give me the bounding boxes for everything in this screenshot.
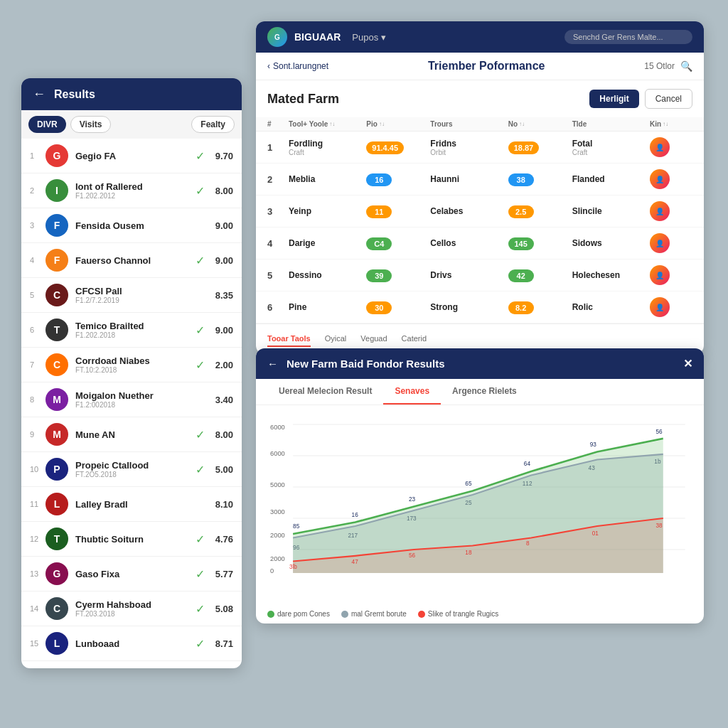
team-check-icon: ✓	[196, 567, 205, 581]
left-results-panel: ← Results DIVR Visits Fealty 1 G Gegio F…	[21, 78, 242, 668]
team-item[interactable]: 9 M Mune AN ✓ 8.00	[21, 417, 242, 452]
team-info: Propeic Ctallood FT.2O5.2018	[75, 460, 196, 478]
highlight-button[interactable]: Herligit	[589, 90, 638, 108]
content-header: Mated Farm Herligit Cancel	[256, 80, 704, 117]
row-num: 4	[267, 238, 289, 249]
tab-visits[interactable]: Visits	[70, 116, 112, 133]
team-info: Corrdoad Niabes FT.10:2.2018	[75, 355, 196, 374]
table-row[interactable]: 6 Pine 30 Strong 8.2 Rolic 👤	[256, 291, 704, 323]
row-num: 6	[267, 302, 289, 313]
team-item[interactable]: 3 F Fensida Ousem 9.00	[21, 208, 242, 243]
team-info: Fensida Ousem	[75, 220, 210, 231]
cell-col3: Flanded	[572, 174, 650, 184]
team-name: Cyerm Hahsboad	[75, 599, 196, 610]
team-check-icon: ✓	[196, 184, 205, 198]
cell-col2: Celabes	[430, 206, 508, 216]
team-item[interactable]: 6 T Temico Brailted F1.202.2018 ✓ 9.00	[21, 313, 242, 348]
table-row[interactable]: 4 Darige C4 Cellos 145 Sidows 👤	[256, 228, 704, 259]
svg-text:96: 96	[293, 544, 299, 551]
team-item[interactable]: 8 M Moigalon Nuether F1.2:002018 3.40	[21, 382, 242, 417]
svg-text:43: 43	[589, 464, 595, 471]
svg-text:5000: 5000	[270, 481, 285, 488]
table-row[interactable]: 5 Dessino 39 Drivs 42 Holechesen 👤	[256, 259, 704, 291]
legend-item: Slike of trangle Rugics	[418, 610, 499, 618]
team-item[interactable]: 5 C CFCSI Pall F1.2/7.2.2019 8.35	[21, 278, 242, 313]
team-info: Mune AN	[75, 429, 196, 440]
table-row[interactable]: 1 Fordling Craft 91.4.45 Fridns Orbit 18…	[256, 132, 704, 164]
tab-fealty[interactable]: Fealty	[191, 116, 235, 133]
bottom-tab-row: Uereal Melecion ResultSenavesArgence Rie…	[256, 379, 704, 405]
close-button[interactable]: ✕	[683, 357, 692, 370]
footer-tab[interactable]: Oyical	[325, 331, 347, 347]
bottom-title: New Farm Baid Fondor Results	[287, 358, 445, 370]
app-search-bar[interactable]: Senchd Ger Rens Malte...	[564, 30, 692, 44]
footer-tab[interactable]: Caterid	[402, 331, 427, 347]
app-menu-button[interactable]: Pupos ▾	[352, 32, 385, 43]
team-name: Gegio FA	[75, 151, 196, 161]
cell-col3: Slincile	[572, 206, 650, 216]
team-logo: I	[46, 179, 68, 202]
team-item[interactable]: 4 F Fauerso Channol ✓ 9.00	[21, 243, 242, 278]
team-info: Gaso Fixa	[75, 569, 196, 579]
cell-col2: Drivs	[430, 270, 508, 280]
team-rank: 6	[30, 326, 41, 334]
svg-text:2000: 2000	[270, 555, 285, 562]
team-item[interactable]: 7 C Corrdoad Niabes FT.10:2.2018 ✓ 2.00	[21, 348, 242, 382]
cancel-button[interactable]: Cancel	[645, 89, 692, 109]
team-item[interactable]: 10 P Propeic Ctallood FT.2O5.2018 ✓ 5.00	[21, 452, 242, 487]
search-icon[interactable]: 🔍	[680, 60, 692, 72]
team-item[interactable]: 14 C Cyerm Hahsboad FT.203.2018 ✓ 5.08	[21, 592, 242, 626]
table-header: # Tool+ Yoole ↑↓ Pio ↑↓ Trours No ↑↓ Tld…	[256, 117, 704, 132]
svg-text:18: 18	[465, 548, 471, 555]
team-check-icon: ✓	[196, 358, 205, 372]
cell-col3: Sidows	[572, 238, 650, 248]
team-item[interactable]: 12 T Thubtic Soiturn ✓ 4.76	[21, 522, 242, 557]
team-check-icon: ✓	[196, 323, 205, 337]
bottom-tab[interactable]: Uereal Melecion Result	[267, 379, 383, 405]
cell-badge2: 2.5	[508, 205, 572, 218]
cell-col1: Dessino	[289, 270, 366, 280]
svg-text:0: 0	[270, 567, 274, 573]
team-logo: F	[46, 214, 68, 237]
tab-divr[interactable]: DIVR	[28, 116, 66, 133]
team-item[interactable]: 16 T Taggica td Tenibod 8.46	[21, 661, 242, 665]
team-score: 8.00	[210, 429, 233, 440]
bottom-tab[interactable]: Argence Rielets	[441, 379, 528, 405]
team-item[interactable]: 13 G Gaso Fixa ✓ 5.77	[21, 557, 242, 592]
left-panel-title: Results	[54, 88, 95, 101]
bottom-back-button[interactable]: ←	[267, 358, 278, 370]
table-row[interactable]: 2 Meblia 16 Haunni 38 Flanded 👤	[256, 164, 704, 196]
left-back-arrow[interactable]: ←	[33, 87, 46, 102]
team-rank: 5	[30, 291, 41, 299]
team-item[interactable]: 1 G Gegio FA ✓ 9.70	[21, 139, 242, 173]
team-name: Temico Brailted	[75, 321, 196, 331]
svg-text:8: 8	[526, 540, 530, 547]
footer-tab[interactable]: Tooar Taols	[267, 331, 311, 347]
svg-text:56: 56	[655, 428, 662, 435]
table-row[interactable]: 3 Yeinp 11 Celabes 2.5 Slincile 👤	[256, 196, 704, 228]
team-rank: 15	[30, 639, 41, 648]
team-logo: G	[46, 562, 68, 585]
svg-text:3000: 3000	[270, 508, 285, 515]
team-logo: F	[46, 249, 68, 272]
team-item[interactable]: 2 I Iont of Rallered F1.202.2012 ✓ 8.00	[21, 173, 242, 208]
team-item[interactable]: 15 L Lunboaad ✓ 8.71	[21, 626, 242, 661]
bottom-tab[interactable]: Senaves	[383, 379, 441, 405]
cell-col3: Rolic	[572, 302, 650, 312]
back-link[interactable]: ‹ Sont.larungnet	[267, 61, 328, 71]
team-info: Iont of Rallered F1.202.2012	[75, 181, 196, 200]
row-avatar: 👤	[650, 137, 670, 157]
row-avatar: 👤	[650, 201, 670, 221]
team-info: Lalley Bradl	[75, 499, 210, 510]
page-count: 15 Otlor	[644, 61, 675, 71]
th-tool: Tool+ Yoole ↑↓	[289, 120, 366, 128]
svg-text:85: 85	[293, 523, 299, 530]
team-score: 8.00	[210, 186, 233, 196]
svg-text:93: 93	[590, 441, 596, 448]
footer-tab[interactable]: Veguad	[360, 331, 387, 347]
team-logo: M	[46, 423, 68, 446]
team-item[interactable]: 11 L Lalley Bradl 8.10	[21, 487, 242, 522]
team-score: 5.77	[210, 569, 233, 579]
chart-area: 6000 6000 5000 3000 2000 2000 0	[256, 405, 704, 604]
team-logo: G	[46, 144, 68, 167]
